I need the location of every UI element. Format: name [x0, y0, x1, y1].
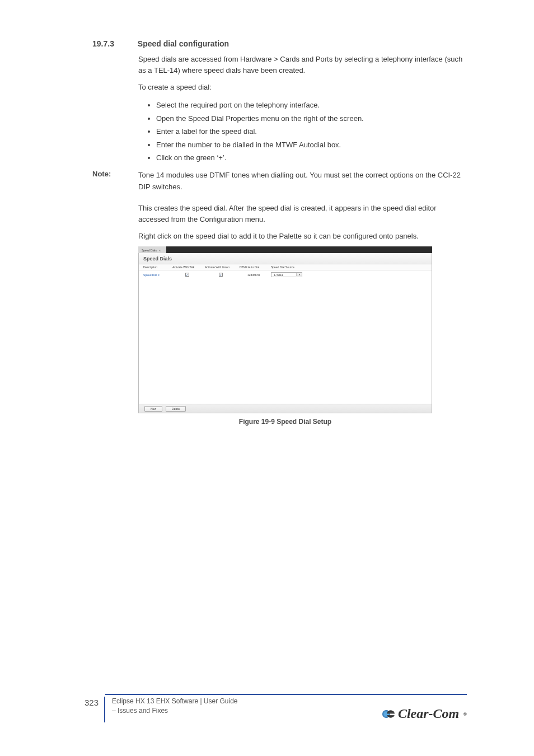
col-activate-listen: Activate With Listen [205, 265, 236, 269]
section-heading: 19.7.3 Speed dial configuration [92, 39, 467, 48]
dropdown-value: 1-Tel14 [271, 273, 296, 277]
checkbox-awl[interactable]: ✓ [219, 273, 223, 277]
page-body: 19.7.3 Speed dial configuration Speed di… [92, 39, 467, 435]
rightclick-paragraph: Right click on the speed dial to add it … [138, 231, 467, 242]
brand-text: Clear-Com [398, 706, 459, 721]
brand-logo: Clear-Com® [382, 706, 467, 721]
step-item: Select the required port on the telephon… [156, 99, 467, 111]
figure-footer: New Delete [139, 404, 432, 413]
tab-label: Speed Dials [142, 249, 157, 252]
step-item: Enter the number to be dialled in the MT… [156, 138, 467, 151]
row-activate-talk: ✓ [172, 273, 202, 277]
figure-window-bar: Speed Dials × [138, 246, 432, 253]
step-item: Enter a label for the speed dial. [156, 125, 467, 138]
logo-icon [382, 708, 395, 720]
steps-list: Select the required port on the telephon… [148, 99, 467, 164]
speed-dial-figure: Speed Dials × Speed Dials Description Ac… [138, 246, 432, 413]
to-create-line: To create a speed dial: [138, 82, 467, 93]
figure-caption: Figure 19-9 Speed Dial Setup [138, 418, 432, 426]
row-source: 1-Tel14 ▼ [271, 272, 302, 277]
registered-icon: ® [463, 711, 467, 717]
intro-paragraph: Speed dials are accessed from Hardware >… [138, 54, 467, 76]
col-description: Description [143, 265, 169, 269]
row-description[interactable]: Speed Dial 0 [143, 273, 169, 277]
tab-speed-dials[interactable]: Speed Dials × [138, 246, 166, 253]
note-label: Note: [92, 170, 126, 192]
new-button[interactable]: New [144, 406, 162, 412]
col-activate-talk: Activate With Talk [172, 265, 202, 269]
section-title: Speed dial configuration [138, 39, 229, 48]
section-number: 19.7.3 [92, 39, 114, 48]
footer-line1: Eclipse HX 13 EHX Software | User Guide [112, 697, 238, 706]
col-autodial: DTMF Auto Dial [240, 265, 268, 269]
chevron-down-icon: ▼ [296, 273, 302, 276]
note-block: Note: Tone 14 modules use DTMF tones whe… [92, 170, 467, 192]
step-item: Open the Speed Dial Properties menu on t… [156, 112, 467, 125]
footer-line2: – Issues and Fixes [112, 706, 238, 716]
footer-rule [105, 694, 467, 695]
figure-body: Speed Dials Description Activate With Ta… [138, 253, 432, 413]
panel-title: Speed Dials [139, 253, 432, 264]
close-icon[interactable]: × [159, 249, 161, 252]
source-dropdown[interactable]: 1-Tel14 ▼ [271, 272, 302, 277]
row-activate-listen: ✓ [205, 273, 236, 277]
delete-button[interactable]: Delete [166, 406, 186, 412]
step-item: Click on the green ‘+’. [156, 151, 467, 164]
column-headers: Description Activate With Talk Activate … [139, 264, 432, 270]
table-row[interactable]: Speed Dial 0 ✓ ✓ 12345678 1-Tel14 ▼ [139, 270, 432, 279]
page-footer: 323 Eclipse HX 13 EHX Software | User Gu… [68, 694, 467, 722]
note-text: Tone 14 modules use DTMF tones when dial… [138, 170, 467, 192]
result-paragraph: This creates the speed dial. After the s… [138, 203, 467, 225]
row-autodial[interactable]: 12345678 [240, 273, 268, 277]
col-source: Speed Dial Source [271, 265, 432, 269]
page-number: 323 [68, 697, 105, 722]
checkbox-awt[interactable]: ✓ [185, 273, 189, 277]
footer-text: Eclipse HX 13 EHX Software | User Guide … [105, 697, 238, 716]
